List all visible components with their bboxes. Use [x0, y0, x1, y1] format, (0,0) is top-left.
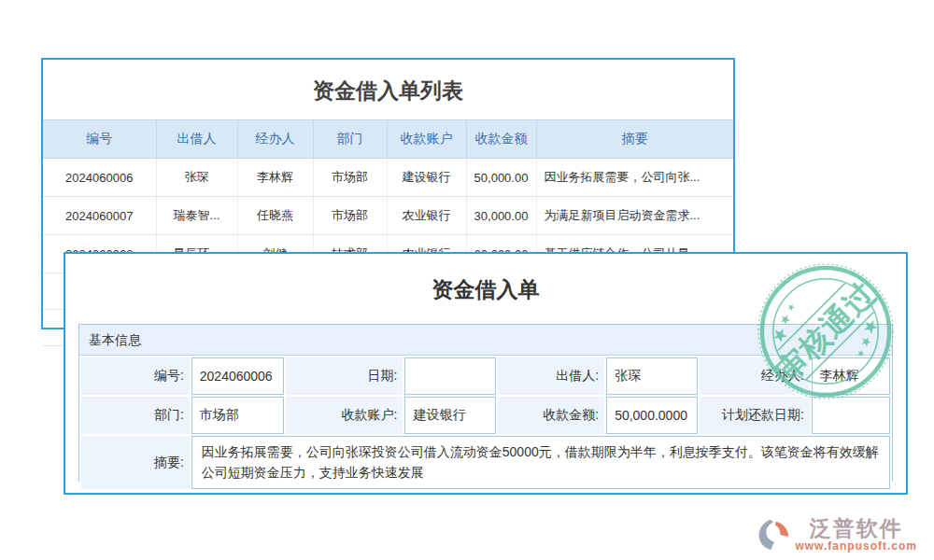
field-plan-repay-date-value[interactable]	[812, 397, 890, 434]
cell-handler: 任晓燕	[237, 197, 313, 235]
col-header-department: 部门	[313, 120, 387, 159]
brand-name: 泛普软件	[810, 517, 903, 539]
cell-lender: 张琛	[156, 159, 237, 197]
field-amount-label: 收款金额:	[498, 397, 604, 434]
cell-id: 2024060007	[43, 197, 156, 235]
field-lender-label: 出借人:	[498, 357, 604, 395]
field-account-value[interactable]: 建设银行	[404, 397, 496, 434]
col-header-summary: 摘要	[536, 120, 733, 159]
cell-account: 农业银行	[387, 197, 466, 235]
table-row[interactable]: 2024060006 张琛 李林辉 市场部 建设银行 50,000.00 因业务…	[43, 159, 733, 197]
field-amount-value[interactable]: 50,000.0000	[606, 397, 698, 434]
cell-summary: 因业务拓展需要，公司向张...	[536, 159, 733, 197]
screen: 资金借入单列表 编号 出借人 经办人 部门 收款账户 收款金额 摘要	[0, 0, 934, 560]
field-summary-value[interactable]: 因业务拓展需要，公司向张琛投资公司借入流动资金50000元，借款期限为半年，利息…	[191, 436, 890, 489]
col-header-id: 编号	[43, 120, 156, 159]
field-date-label: 日期:	[286, 357, 403, 395]
list-window-title: 资金借入单列表	[43, 60, 733, 119]
col-header-account: 收款账户	[387, 120, 466, 159]
brand-url: www.fanpusoft.com	[795, 539, 917, 553]
cell-id: 2024060006	[43, 159, 156, 197]
field-plan-repay-date-label: 计划还款日期:	[700, 397, 810, 434]
cell-department: 市场部	[313, 159, 387, 197]
cell-amount: 30,000.00	[466, 197, 536, 235]
field-department-value[interactable]: 市场部	[191, 397, 284, 434]
field-summary-label: 摘要:	[81, 436, 190, 489]
field-lender-value[interactable]: 张琛	[606, 357, 698, 395]
cell-account: 建设银行	[387, 159, 466, 197]
col-header-amount: 收款金额	[466, 120, 536, 159]
stamp-text: 审核通过	[770, 275, 882, 387]
cell-department: 市场部	[313, 197, 387, 235]
field-number-value[interactable]: 2024060006	[191, 357, 284, 395]
col-header-handler: 经办人	[237, 120, 313, 159]
table-header-row: 编号 出借人 经办人 部门 收款账户 收款金额 摘要	[43, 120, 733, 159]
fanpu-logo: 泛普软件 www.fanpusoft.com	[756, 517, 917, 553]
table-row[interactable]: 2024060007 瑞泰智... 任晓燕 市场部 农业银行 30,000.00…	[43, 197, 733, 235]
field-date-value[interactable]	[404, 357, 496, 395]
field-account-label: 收款账户:	[286, 397, 403, 434]
cell-lender: 瑞泰智...	[156, 197, 237, 235]
approval-stamp: 审核通过	[757, 262, 895, 400]
cell-handler: 李林辉	[237, 159, 313, 197]
col-header-lender: 出借人	[156, 120, 237, 159]
fanpu-logo-icon	[756, 517, 791, 553]
fanpu-logo-text: 泛普软件 www.fanpusoft.com	[795, 517, 917, 553]
field-department-label: 部门:	[81, 397, 190, 434]
cell-amount: 50,000.00	[466, 159, 536, 197]
field-number-label: 编号:	[81, 357, 190, 395]
cell-summary: 为满足新项目启动资金需求...	[536, 197, 733, 235]
